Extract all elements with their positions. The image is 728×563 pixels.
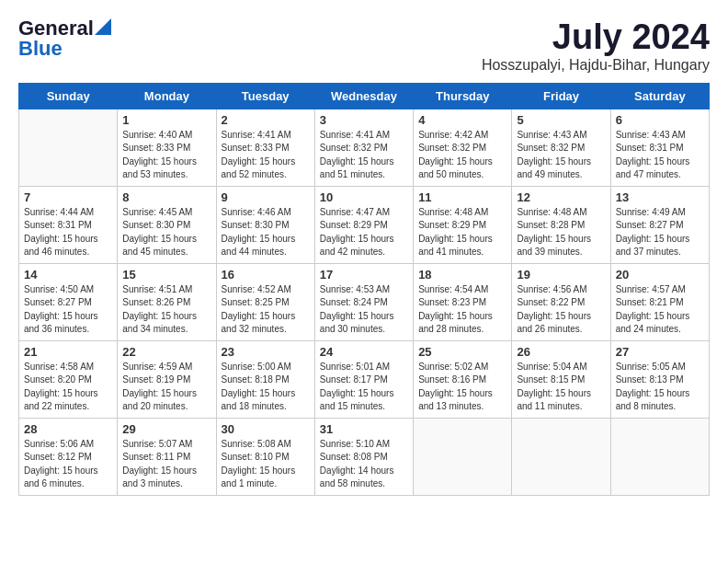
calendar-cell: 2Sunrise: 4:41 AM Sunset: 8:33 PM Daylig… xyxy=(216,109,314,186)
day-info: Sunrise: 4:50 AM Sunset: 8:27 PM Dayligh… xyxy=(24,283,112,337)
header-day: Sunday xyxy=(19,83,118,109)
calendar-cell: 8Sunrise: 4:45 AM Sunset: 8:30 PM Daylig… xyxy=(118,186,216,263)
calendar-cell: 27Sunrise: 5:05 AM Sunset: 8:13 PM Dayli… xyxy=(610,340,709,418)
day-number: 30 xyxy=(222,422,310,436)
calendar-cell: 9Sunrise: 4:46 AM Sunset: 8:30 PM Daylig… xyxy=(216,186,314,263)
header-day: Monday xyxy=(118,83,216,109)
logo-general: General xyxy=(18,18,94,39)
day-info: Sunrise: 4:56 AM Sunset: 8:22 PM Dayligh… xyxy=(517,283,605,337)
calendar-cell: 22Sunrise: 4:59 AM Sunset: 8:19 PM Dayli… xyxy=(118,340,216,418)
logo-blue: Blue xyxy=(18,39,63,59)
day-info: Sunrise: 5:10 AM Sunset: 8:08 PM Dayligh… xyxy=(320,438,408,491)
calendar-cell: 28Sunrise: 5:06 AM Sunset: 8:12 PM Dayli… xyxy=(19,418,118,495)
day-number: 13 xyxy=(616,190,704,204)
header-day: Friday xyxy=(512,83,610,109)
day-info: Sunrise: 5:06 AM Sunset: 8:12 PM Dayligh… xyxy=(24,438,112,491)
calendar-cell: 20Sunrise: 4:57 AM Sunset: 8:21 PM Dayli… xyxy=(610,263,709,340)
day-number: 29 xyxy=(122,422,210,436)
day-number: 23 xyxy=(222,345,310,359)
day-number: 3 xyxy=(320,113,408,127)
calendar-cell xyxy=(414,418,512,495)
calendar-cell: 15Sunrise: 4:51 AM Sunset: 8:26 PM Dayli… xyxy=(118,263,216,340)
day-number: 26 xyxy=(517,345,605,359)
day-info: Sunrise: 4:48 AM Sunset: 8:29 PM Dayligh… xyxy=(418,206,506,259)
day-info: Sunrise: 4:45 AM Sunset: 8:30 PM Dayligh… xyxy=(122,206,210,259)
calendar-week-row: 7Sunrise: 4:44 AM Sunset: 8:31 PM Daylig… xyxy=(19,186,710,263)
calendar-cell: 25Sunrise: 5:02 AM Sunset: 8:16 PM Dayli… xyxy=(414,340,512,418)
day-info: Sunrise: 4:59 AM Sunset: 8:19 PM Dayligh… xyxy=(122,361,210,414)
calendar-week-row: 1Sunrise: 4:40 AM Sunset: 8:33 PM Daylig… xyxy=(19,109,710,186)
calendar-cell: 5Sunrise: 4:43 AM Sunset: 8:32 PM Daylig… xyxy=(512,109,610,186)
day-number: 17 xyxy=(320,268,408,282)
calendar-body: 1Sunrise: 4:40 AM Sunset: 8:33 PM Daylig… xyxy=(19,109,710,495)
day-number: 1 xyxy=(122,113,210,127)
calendar-cell: 17Sunrise: 4:53 AM Sunset: 8:24 PM Dayli… xyxy=(314,263,413,340)
calendar-cell: 16Sunrise: 4:52 AM Sunset: 8:25 PM Dayli… xyxy=(216,263,314,340)
day-info: Sunrise: 4:48 AM Sunset: 8:28 PM Dayligh… xyxy=(517,206,605,259)
day-info: Sunrise: 5:01 AM Sunset: 8:17 PM Dayligh… xyxy=(320,361,408,414)
day-number: 2 xyxy=(222,113,310,127)
svg-marker-0 xyxy=(95,18,111,35)
calendar-cell: 13Sunrise: 4:49 AM Sunset: 8:27 PM Dayli… xyxy=(610,186,709,263)
day-number: 19 xyxy=(517,268,605,282)
day-info: Sunrise: 4:46 AM Sunset: 8:30 PM Dayligh… xyxy=(222,206,310,259)
day-number: 27 xyxy=(616,345,704,359)
header-day: Thursday xyxy=(414,83,512,109)
title-block: July 2024 Hosszupalyi, Hajdu-Bihar, Hung… xyxy=(482,18,710,74)
day-number: 21 xyxy=(24,345,112,359)
calendar-cell: 21Sunrise: 4:58 AM Sunset: 8:20 PM Dayli… xyxy=(19,340,118,418)
day-number: 22 xyxy=(122,345,210,359)
day-number: 15 xyxy=(122,268,210,282)
calendar-cell: 23Sunrise: 5:00 AM Sunset: 8:18 PM Dayli… xyxy=(216,340,314,418)
calendar-cell: 31Sunrise: 5:10 AM Sunset: 8:08 PM Dayli… xyxy=(314,418,413,495)
day-number: 9 xyxy=(222,190,310,204)
day-number: 12 xyxy=(517,190,605,204)
day-number: 10 xyxy=(320,190,408,204)
day-info: Sunrise: 4:58 AM Sunset: 8:20 PM Dayligh… xyxy=(24,361,112,414)
day-info: Sunrise: 4:40 AM Sunset: 8:33 PM Dayligh… xyxy=(122,129,210,182)
day-number: 20 xyxy=(616,268,704,282)
day-number: 18 xyxy=(418,268,506,282)
main-title: July 2024 xyxy=(482,18,710,57)
day-info: Sunrise: 4:41 AM Sunset: 8:32 PM Dayligh… xyxy=(320,129,408,182)
day-number: 24 xyxy=(320,345,408,359)
day-info: Sunrise: 5:00 AM Sunset: 8:18 PM Dayligh… xyxy=(222,361,310,414)
day-number: 5 xyxy=(517,113,605,127)
calendar-cell: 12Sunrise: 4:48 AM Sunset: 8:28 PM Dayli… xyxy=(512,186,610,263)
day-number: 4 xyxy=(418,113,506,127)
day-info: Sunrise: 4:53 AM Sunset: 8:24 PM Dayligh… xyxy=(320,283,408,337)
day-info: Sunrise: 4:54 AM Sunset: 8:23 PM Dayligh… xyxy=(418,283,506,337)
calendar-cell: 3Sunrise: 4:41 AM Sunset: 8:32 PM Daylig… xyxy=(314,109,413,186)
calendar-header: SundayMondayTuesdayWednesdayThursdayFrid… xyxy=(19,83,710,109)
day-info: Sunrise: 5:05 AM Sunset: 8:13 PM Dayligh… xyxy=(616,361,704,414)
day-info: Sunrise: 5:04 AM Sunset: 8:15 PM Dayligh… xyxy=(517,361,605,414)
day-info: Sunrise: 4:57 AM Sunset: 8:21 PM Dayligh… xyxy=(616,283,704,337)
day-number: 25 xyxy=(418,345,506,359)
day-number: 7 xyxy=(24,190,112,204)
calendar-cell: 24Sunrise: 5:01 AM Sunset: 8:17 PM Dayli… xyxy=(314,340,413,418)
day-info: Sunrise: 4:43 AM Sunset: 8:32 PM Dayligh… xyxy=(517,129,605,182)
calendar-cell xyxy=(610,418,709,495)
calendar-cell: 19Sunrise: 4:56 AM Sunset: 8:22 PM Dayli… xyxy=(512,263,610,340)
day-info: Sunrise: 4:52 AM Sunset: 8:25 PM Dayligh… xyxy=(222,283,310,337)
calendar-cell: 1Sunrise: 4:40 AM Sunset: 8:33 PM Daylig… xyxy=(118,109,216,186)
day-info: Sunrise: 4:44 AM Sunset: 8:31 PM Dayligh… xyxy=(24,206,112,259)
day-info: Sunrise: 5:02 AM Sunset: 8:16 PM Dayligh… xyxy=(418,361,506,414)
calendar-week-row: 21Sunrise: 4:58 AM Sunset: 8:20 PM Dayli… xyxy=(19,340,710,418)
logo: General Blue xyxy=(18,18,111,59)
calendar-cell: 7Sunrise: 4:44 AM Sunset: 8:31 PM Daylig… xyxy=(19,186,118,263)
day-info: Sunrise: 5:08 AM Sunset: 8:10 PM Dayligh… xyxy=(222,438,310,491)
logo-triangle-icon xyxy=(95,18,111,35)
calendar-cell: 11Sunrise: 4:48 AM Sunset: 8:29 PM Dayli… xyxy=(414,186,512,263)
header: General Blue July 2024 Hosszupalyi, Hajd… xyxy=(18,18,710,74)
day-info: Sunrise: 4:41 AM Sunset: 8:33 PM Dayligh… xyxy=(222,129,310,182)
day-info: Sunrise: 4:49 AM Sunset: 8:27 PM Dayligh… xyxy=(616,206,704,259)
calendar-cell: 29Sunrise: 5:07 AM Sunset: 8:11 PM Dayli… xyxy=(118,418,216,495)
header-day: Tuesday xyxy=(216,83,314,109)
calendar-table: SundayMondayTuesdayWednesdayThursdayFrid… xyxy=(18,83,710,496)
day-number: 28 xyxy=(24,422,112,436)
calendar-cell: 4Sunrise: 4:42 AM Sunset: 8:32 PM Daylig… xyxy=(414,109,512,186)
calendar-cell: 14Sunrise: 4:50 AM Sunset: 8:27 PM Dayli… xyxy=(19,263,118,340)
day-info: Sunrise: 4:47 AM Sunset: 8:29 PM Dayligh… xyxy=(320,206,408,259)
day-info: Sunrise: 5:07 AM Sunset: 8:11 PM Dayligh… xyxy=(122,438,210,491)
